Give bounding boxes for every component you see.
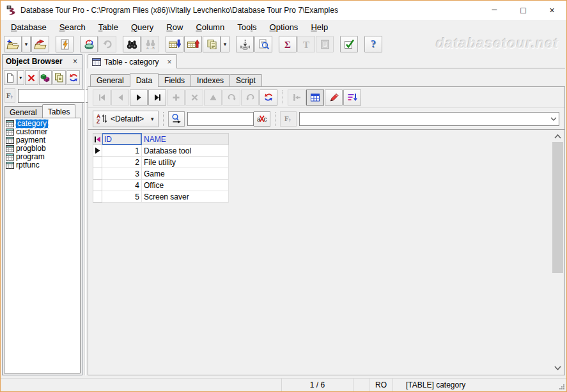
grid-row[interactable]: 4 Office bbox=[93, 180, 229, 191]
tab-indexes[interactable]: Indexes bbox=[190, 74, 230, 86]
cell-name[interactable]: Screen saver bbox=[142, 191, 229, 203]
import-button[interactable] bbox=[166, 36, 183, 52]
cell-id[interactable]: 3 bbox=[102, 168, 142, 180]
tab-general-objects[interactable]: General bbox=[4, 106, 43, 118]
cell-id[interactable]: 5 bbox=[102, 191, 142, 203]
grid-row[interactable]: 2 File utility bbox=[93, 157, 229, 168]
grid-row[interactable]: 5 Screen saver bbox=[93, 191, 229, 203]
cell-name[interactable]: Database tool bbox=[142, 145, 229, 157]
edit-mode-button[interactable] bbox=[325, 90, 343, 106]
document-tab-close-button[interactable]: × bbox=[167, 58, 171, 67]
options-button[interactable] bbox=[340, 36, 358, 52]
help-button[interactable]: ? ? bbox=[364, 36, 382, 52]
next-record-button[interactable] bbox=[130, 90, 148, 106]
prior-record-button[interactable] bbox=[111, 90, 129, 106]
undo-button[interactable] bbox=[98, 36, 116, 52]
chevron-down-icon[interactable] bbox=[548, 117, 559, 121]
data-filter-button[interactable]: F bbox=[280, 111, 297, 127]
object-browser-panel: Object Browser × ▾ bbox=[2, 54, 82, 375]
table-export-icon bbox=[187, 39, 199, 50]
scroll-up-button[interactable] bbox=[552, 131, 563, 142]
quick-search-input[interactable] bbox=[188, 113, 253, 125]
refresh-records-button[interactable] bbox=[260, 90, 277, 106]
find-button[interactable] bbox=[123, 36, 141, 52]
collapse-columns-button[interactable] bbox=[288, 90, 306, 106]
maximize-button[interactable]: □ bbox=[509, 1, 538, 20]
filter-input[interactable] bbox=[300, 113, 548, 125]
edit-record-button[interactable] bbox=[204, 90, 222, 106]
sort-records-button[interactable] bbox=[343, 90, 361, 106]
copy-button[interactable] bbox=[203, 36, 221, 52]
delete-object-button[interactable] bbox=[25, 70, 38, 85]
last-record-button[interactable] bbox=[148, 90, 166, 106]
minimize-button[interactable]: – bbox=[480, 1, 509, 20]
scrollbar-track[interactable] bbox=[552, 142, 563, 363]
sort-order-button[interactable]: A Z <Default> ▾ bbox=[93, 111, 159, 127]
locate-record-button[interactable] bbox=[168, 111, 185, 127]
menu-table[interactable]: Table bbox=[92, 21, 125, 33]
print-button[interactable] bbox=[236, 36, 254, 52]
menu-options[interactable]: Options bbox=[263, 21, 305, 33]
row-indicator bbox=[93, 191, 102, 203]
tab-fields[interactable]: Fields bbox=[158, 74, 191, 86]
delete-record-button[interactable] bbox=[185, 90, 203, 106]
redo-button[interactable] bbox=[222, 90, 240, 106]
first-record-button[interactable] bbox=[93, 90, 111, 106]
list-item-rptfunc[interactable]: rptfunc bbox=[4, 161, 80, 169]
column-header-name[interactable]: NAME bbox=[142, 134, 229, 145]
tab-general[interactable]: General bbox=[90, 74, 130, 86]
grid-row[interactable]: 3 Game bbox=[93, 168, 229, 180]
reopen-database-button[interactable] bbox=[31, 36, 49, 52]
column-header-id[interactable]: ID bbox=[102, 134, 142, 145]
cell-id[interactable]: 2 bbox=[102, 157, 142, 168]
menu-search[interactable]: Search bbox=[53, 21, 92, 33]
panel-splitter[interactable] bbox=[82, 54, 88, 375]
sql-editor-button[interactable] bbox=[56, 36, 74, 52]
print-preview-button[interactable] bbox=[254, 36, 272, 52]
grid-row[interactable]: 1 Database tool bbox=[93, 145, 229, 157]
menu-database[interactable]: Database bbox=[4, 21, 53, 33]
menu-row[interactable]: Row bbox=[160, 21, 189, 33]
grid-view-button[interactable] bbox=[306, 90, 324, 106]
text-view-button[interactable]: T bbox=[297, 36, 315, 52]
cell-name[interactable]: File utility bbox=[142, 157, 229, 168]
scrollbar-thumb[interactable] bbox=[552, 142, 563, 273]
cell-id[interactable]: 4 bbox=[102, 180, 142, 191]
open-database-button[interactable] bbox=[4, 36, 22, 52]
objects-button[interactable] bbox=[39, 70, 52, 85]
scroll-down-button[interactable] bbox=[552, 363, 563, 373]
first-icon bbox=[97, 93, 107, 102]
replace-button[interactable]: A→B bbox=[141, 36, 159, 52]
insert-record-button[interactable] bbox=[167, 90, 185, 106]
cell-id[interactable]: 1 bbox=[102, 145, 142, 157]
cell-name[interactable]: Office bbox=[142, 180, 229, 191]
menu-tools[interactable]: Tools bbox=[231, 21, 263, 33]
copy-dropdown[interactable]: ▾ bbox=[221, 36, 229, 52]
menu-help[interactable]: Help bbox=[304, 21, 334, 33]
tab-data[interactable]: Data bbox=[130, 73, 159, 87]
open-database-dropdown[interactable]: ▾ bbox=[22, 36, 31, 52]
aggregate-sum-button[interactable]: Σ bbox=[279, 36, 297, 52]
undo-edit-button[interactable] bbox=[241, 90, 259, 106]
export-button[interactable] bbox=[184, 36, 202, 52]
report-button[interactable] bbox=[316, 36, 334, 52]
new-object-dropdown[interactable]: ▾ bbox=[17, 70, 24, 85]
tab-script[interactable]: Script bbox=[229, 74, 262, 86]
menu-query[interactable]: Query bbox=[125, 21, 160, 33]
refresh-objects-button[interactable] bbox=[66, 70, 80, 85]
quick-search-box[interactable] bbox=[187, 112, 254, 126]
cell-name[interactable]: Game bbox=[142, 168, 229, 180]
clear-search-button[interactable]: a c bbox=[254, 111, 270, 127]
resize-grip[interactable] bbox=[556, 379, 566, 391]
document-tab-category[interactable]: Table - category × bbox=[88, 54, 177, 68]
refresh-database-button[interactable] bbox=[80, 36, 98, 52]
filter-combobox[interactable] bbox=[299, 112, 559, 126]
object-filter-button[interactable]: F bbox=[4, 88, 15, 103]
new-object-button[interactable] bbox=[4, 70, 17, 85]
menu-column[interactable]: Column bbox=[189, 21, 231, 33]
copy-object-button[interactable] bbox=[52, 70, 66, 85]
object-browser-close-button[interactable]: × bbox=[70, 57, 80, 67]
tab-tables[interactable]: Tables bbox=[42, 104, 76, 118]
vertical-scrollbar[interactable] bbox=[552, 131, 563, 373]
close-button[interactable]: × bbox=[538, 1, 566, 20]
